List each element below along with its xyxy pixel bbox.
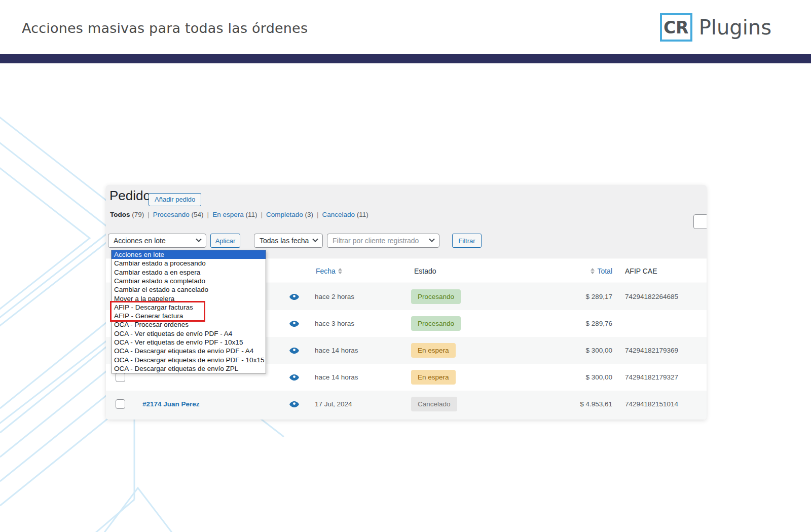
bulk-actions-value: Acciones en lote — [114, 237, 193, 245]
status-filter-cancelado[interactable]: Cancelado (11) — [322, 211, 368, 218]
customer-filter-select[interactable]: Filtrar por cliente registrado — [327, 234, 439, 248]
search-orders-input[interactable] — [693, 214, 707, 229]
dropdown-option[interactable]: Acciones en lote — [112, 250, 266, 259]
view-order-eye-icon[interactable] — [289, 283, 299, 310]
page-title: Acciones masivas para todas las órdenes — [22, 20, 308, 36]
sort-arrows-icon — [338, 268, 342, 274]
column-header-estado: Estado — [414, 258, 436, 283]
order-total: $ 289,17 — [501, 283, 612, 310]
cr-logo-mark: CR — [660, 13, 692, 42]
cr-logo-name: Plugins — [699, 16, 771, 39]
top-header: Acciones masivas para todas las órdenes … — [0, 0, 811, 54]
row-checkbox[interactable] — [116, 399, 125, 409]
status-badge: En espera — [411, 370, 456, 385]
view-order-eye-icon[interactable] — [289, 310, 299, 337]
orders-panel: Pedidos Añadir pedido Todos (79)|Procesa… — [106, 185, 707, 420]
dropdown-option[interactable]: OCA - Descargar etiquetas de envío ZPL — [112, 364, 266, 373]
order-total: $ 289,76 — [501, 310, 612, 337]
column-header-fecha[interactable]: Fecha — [316, 258, 345, 283]
filter-button[interactable]: Filtrar — [452, 234, 482, 248]
filter-separator: | — [317, 211, 319, 218]
dropdown-option[interactable]: OCA - Ver etiquetas de envío PDF - 10x15 — [112, 338, 266, 347]
dropdown-option[interactable]: Cambiar estado a completado — [112, 277, 266, 285]
status-filter-procesando[interactable]: Procesando (54) — [153, 211, 204, 218]
customer-filter-placeholder: Filtrar por cliente registrado — [333, 237, 426, 245]
status-badge: Cancelado — [411, 397, 457, 411]
order-date: hace 14 horas — [315, 337, 358, 364]
dropdown-option[interactable]: AFIP - Generar factura — [112, 312, 266, 320]
view-order-eye-icon[interactable] — [289, 337, 299, 364]
chevron-down-icon — [312, 237, 318, 242]
table-row: #2174 Juan Perez 17 Jul, 2024 Cancelado … — [106, 391, 707, 417]
order-date: 17 Jul, 2024 — [315, 391, 352, 417]
row-checkbox[interactable] — [116, 372, 125, 382]
sort-arrows-icon — [591, 268, 595, 274]
afip-cae-value: 74294182179369 — [625, 337, 678, 364]
view-order-eye-icon[interactable] — [289, 391, 299, 417]
dropdown-option[interactable]: Mover a la papelera — [112, 294, 266, 302]
status-filter-completado[interactable]: Completado (3) — [266, 211, 313, 218]
afip-cae-value: 74294182179327 — [625, 364, 678, 391]
dropdown-option[interactable]: OCA - Descargar etiquetas de envío PDF -… — [112, 347, 266, 355]
order-total: $ 300,00 — [501, 337, 612, 364]
dropdown-option[interactable]: AFIP - Descargar facturas — [112, 303, 266, 312]
cr-plugins-logo: CR Plugins — [660, 13, 771, 42]
filter-separator: | — [261, 211, 263, 218]
add-order-button[interactable]: Añadir pedido — [149, 193, 201, 206]
order-date: hace 2 horas — [315, 283, 354, 310]
status-filter-en-espera[interactable]: En espera (11) — [212, 211, 257, 218]
status-filter-todos[interactable]: Todos (79) — [110, 211, 144, 218]
status-badge: En espera — [411, 343, 456, 358]
dropdown-option[interactable]: Cambiar estado a en espera — [112, 268, 266, 277]
filter-separator: | — [148, 211, 150, 218]
dates-select[interactable]: Todas las fechas — [254, 234, 323, 248]
dropdown-option[interactable]: Cambiar estado a procesando — [112, 259, 266, 268]
navy-divider-bar — [0, 54, 811, 63]
bulk-actions-listbox: Acciones en loteCambiar estado a procesa… — [111, 250, 266, 373]
chevron-down-icon — [429, 237, 434, 242]
order-total: $ 300,00 — [501, 364, 612, 391]
dropdown-option[interactable]: Cambiar el estado a cancelado — [112, 285, 266, 294]
status-badge: Procesando — [411, 289, 461, 304]
dropdown-option[interactable]: OCA - Ver etiquetas de envío PDF - A4 — [112, 329, 266, 338]
afip-cae-value: 74294182264685 — [625, 283, 678, 310]
dates-value: Todas las fechas — [260, 237, 309, 245]
filter-separator: | — [207, 211, 209, 218]
dropdown-option[interactable]: OCA - Descargar etiquetas de envío PDF -… — [112, 355, 266, 364]
afip-cae-value: 74294182151014 — [625, 391, 678, 417]
bulk-actions-select[interactable]: Acciones en lote — [108, 234, 206, 248]
column-header-afip-cae: AFIP CAE — [625, 258, 657, 283]
view-order-eye-icon[interactable] — [289, 364, 299, 391]
order-date: hace 3 horas — [315, 310, 354, 337]
dropdown-option[interactable]: OCA - Procesar ordenes — [112, 320, 266, 329]
order-total: $ 4.953,61 — [501, 391, 612, 417]
column-header-total[interactable]: Total — [501, 258, 612, 283]
chevron-down-icon — [196, 237, 201, 242]
apply-button[interactable]: Aplicar — [210, 234, 240, 248]
order-link[interactable]: #2174 Juan Perez — [142, 391, 200, 417]
status-filters: Todos (79)|Procesando (54)|En espera (11… — [110, 211, 368, 218]
status-badge: Procesando — [411, 316, 461, 331]
order-date: hace 14 horas — [315, 364, 358, 391]
